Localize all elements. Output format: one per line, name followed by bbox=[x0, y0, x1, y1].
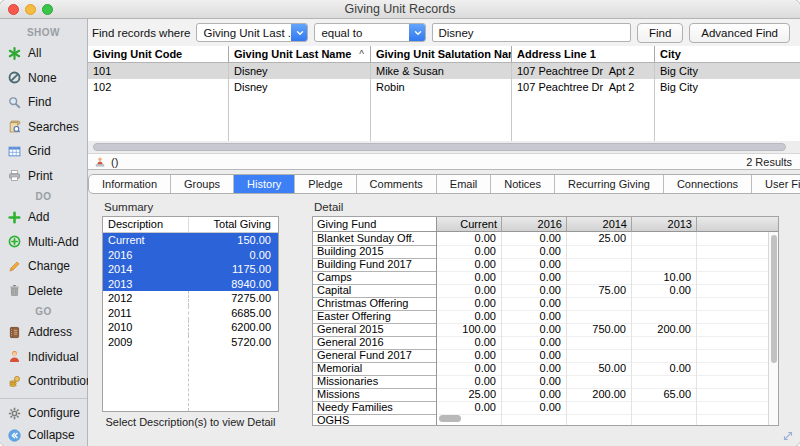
advanced-find-button[interactable]: Advanced Find bbox=[689, 23, 790, 43]
column-header-city[interactable]: City bbox=[655, 46, 800, 62]
tab-notices[interactable]: Notices bbox=[491, 175, 555, 193]
detail-vertical-scrollbar[interactable] bbox=[768, 232, 778, 425]
summary-row[interactable]: 20127275.00 bbox=[103, 291, 278, 306]
summary-row[interactable]: Current150.00 bbox=[103, 233, 278, 248]
tab-information[interactable]: Information bbox=[89, 175, 171, 193]
zoom-button[interactable] bbox=[42, 4, 53, 15]
search-value-input[interactable] bbox=[432, 23, 630, 42]
detail-row[interactable]: Needy Families0.000.00 bbox=[313, 401, 778, 414]
app-window: Giving Unit Records SHOWAllNoneFindSearc… bbox=[0, 0, 800, 446]
detail-table-body: Blanket Sunday Off.0.000.0025.00Building… bbox=[313, 232, 778, 426]
grid-icon bbox=[8, 145, 21, 158]
sidebar-item-none[interactable]: None bbox=[0, 66, 87, 91]
sidebar-item-multi-add[interactable]: Multi-Add bbox=[0, 230, 87, 255]
sidebar-item-label: All bbox=[28, 46, 41, 60]
summary-row[interactable]: 20106200.00 bbox=[103, 320, 278, 335]
field-select[interactable]: Giving Unit Last ... bbox=[196, 23, 308, 42]
status-bar: () 2 Results bbox=[88, 153, 800, 170]
chevron-down-icon bbox=[291, 23, 308, 42]
detail-row[interactable]: General Fund 20170.000.00 bbox=[313, 349, 778, 362]
column-header-2013[interactable]: 2013 bbox=[632, 217, 697, 232]
sidebar-item-delete[interactable]: Delete bbox=[0, 279, 87, 304]
close-button[interactable] bbox=[8, 4, 19, 15]
sidebar-item-configure[interactable]: Configure bbox=[0, 402, 87, 424]
column-header-2014[interactable]: 2014 bbox=[567, 217, 632, 232]
detail-row[interactable]: Camps0.000.0010.00 bbox=[313, 271, 778, 284]
person-icon bbox=[8, 350, 21, 363]
tab-comments[interactable]: Comments bbox=[357, 175, 437, 193]
column-header-giving-unit-last-name[interactable]: Giving Unit Last Name^ bbox=[229, 46, 371, 62]
magnifier-icon bbox=[8, 96, 21, 109]
sidebar-item-searches[interactable]: Searches bbox=[0, 115, 87, 140]
detail-row[interactable]: OGHS bbox=[313, 414, 778, 426]
sidebar-item-individual[interactable]: Individual bbox=[0, 345, 87, 370]
tab-history[interactable]: History bbox=[234, 175, 295, 193]
summary-row[interactable]: 20095720.00 bbox=[103, 335, 278, 350]
column-header-giving-unit-salutation-name[interactable]: Giving Unit Salutation Name bbox=[371, 46, 512, 62]
column-header-address-line-1[interactable]: Address Line 1 bbox=[512, 46, 655, 62]
sidebar-item-label: Find bbox=[28, 95, 51, 109]
column-header-current[interactable]: Current bbox=[437, 217, 502, 232]
operator-select[interactable]: equal to bbox=[314, 23, 426, 42]
detail-row[interactable]: Missions25.000.00200.0065.00 bbox=[313, 388, 778, 401]
scrollbar-thumb[interactable] bbox=[93, 143, 786, 151]
summary-table: Description Total Giving Current150.0020… bbox=[102, 216, 279, 412]
sidebar-item-add[interactable]: Add bbox=[0, 205, 87, 230]
sidebar-item-collapse[interactable]: Collapse bbox=[0, 424, 87, 446]
summary-table-body: Current150.0020160.0020141175.0020138940… bbox=[103, 233, 278, 349]
detail-row[interactable]: Easter Offering0.000.00 bbox=[313, 310, 778, 323]
sidebar-item-grid[interactable]: Grid bbox=[0, 139, 87, 164]
minimize-button[interactable] bbox=[25, 4, 36, 15]
tab-recurring-giving[interactable]: Recurring Giving bbox=[555, 175, 664, 193]
summary-row[interactable]: 20116685.00 bbox=[103, 306, 278, 321]
find-button[interactable]: Find bbox=[637, 23, 683, 43]
column-header-giving-fund[interactable]: Giving Fund bbox=[313, 217, 437, 232]
coins-icon bbox=[8, 375, 21, 388]
detail-row[interactable]: Blanket Sunday Off.0.000.0025.00 bbox=[313, 232, 778, 245]
sidebar-item-label: Add bbox=[28, 210, 49, 224]
results-table: Giving Unit CodeGiving Unit Last Name^Gi… bbox=[88, 46, 800, 141]
sidebar-item-label: Collapse bbox=[28, 428, 75, 442]
tab-connections[interactable]: Connections bbox=[664, 175, 752, 193]
gear-icon bbox=[8, 407, 21, 420]
detail-row[interactable]: General 20160.000.00 bbox=[313, 336, 778, 349]
summary-row[interactable]: 20141175.00 bbox=[103, 262, 278, 277]
sidebar-item-label: Individual bbox=[28, 350, 79, 364]
sidebar-item-find[interactable]: Find bbox=[0, 90, 87, 115]
sidebar-item-all[interactable]: All bbox=[0, 41, 87, 66]
detail-row[interactable]: Memorial0.000.0050.000.00 bbox=[313, 362, 778, 375]
detail-row[interactable]: Christmas Offering0.000.00 bbox=[313, 297, 778, 310]
pencil-icon bbox=[8, 260, 21, 273]
detail-row[interactable]: Capital0.000.0075.000.00 bbox=[313, 284, 778, 297]
tab-groups[interactable]: Groups bbox=[171, 175, 234, 193]
column-header-2016[interactable]: 2016 bbox=[502, 217, 567, 232]
table-row[interactable]: 102DisneyRobin107 Peachtree Dr Apt 2Big … bbox=[88, 79, 800, 95]
summary-row[interactable]: 20160.00 bbox=[103, 248, 278, 263]
results-horizontal-scrollbar[interactable] bbox=[88, 141, 800, 153]
detail-row[interactable]: Missionaries0.000.00 bbox=[313, 375, 778, 388]
sidebar-item-address[interactable]: Address bbox=[0, 320, 87, 345]
sidebar-item-print[interactable]: Print bbox=[0, 164, 87, 189]
column-header-description[interactable]: Description bbox=[103, 217, 189, 232]
title-bar: Giving Unit Records bbox=[0, 0, 800, 19]
tab-pledge[interactable]: Pledge bbox=[295, 175, 356, 193]
detail-row[interactable]: General 2015100.000.00750.00200.00 bbox=[313, 323, 778, 336]
tab-user-fields[interactable]: User Fields bbox=[752, 175, 800, 193]
summary-row[interactable]: 20138940.00 bbox=[103, 277, 278, 292]
column-header-giving-unit-code[interactable]: Giving Unit Code bbox=[88, 46, 229, 62]
section-header-go: GO bbox=[0, 303, 87, 320]
detail-horizontal-scrollbar[interactable] bbox=[439, 415, 461, 422]
sidebar-item-contribution[interactable]: Contribution bbox=[0, 369, 87, 394]
sidebar-item-change[interactable]: Change bbox=[0, 254, 87, 279]
summary-table-filler bbox=[103, 349, 278, 411]
tab-email[interactable]: Email bbox=[437, 175, 492, 193]
detail-row[interactable]: Building Fund 20170.000.00 bbox=[313, 258, 778, 271]
resize-handle-icon[interactable] bbox=[781, 429, 795, 443]
sidebar-item-label: Address bbox=[28, 325, 72, 339]
table-row[interactable]: 101DisneyMike & Susan107 Peachtree Dr Ap… bbox=[88, 63, 800, 79]
scrollbar-thumb[interactable] bbox=[771, 235, 777, 363]
detail-row[interactable]: Building 20150.000.00 bbox=[313, 245, 778, 258]
chevron-down-icon bbox=[409, 23, 426, 42]
column-header-total-giving[interactable]: Total Giving bbox=[189, 217, 278, 232]
summary-panel: Summary Description Total Giving Current… bbox=[102, 201, 279, 428]
